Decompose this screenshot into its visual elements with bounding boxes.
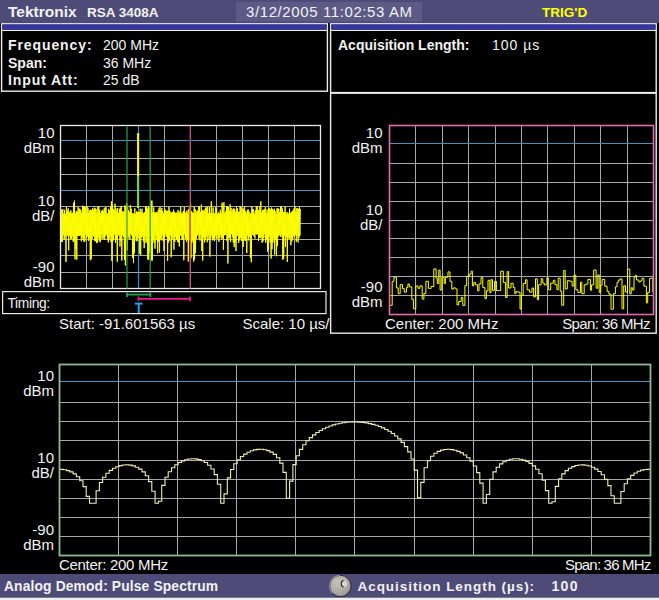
svg-text:Analog Demod: Pulse Spectrum: Analog Demod: Pulse Spectrum xyxy=(4,579,218,594)
svg-text:dB/: dB/ xyxy=(31,464,54,481)
svg-text:RSA 3408A: RSA 3408A xyxy=(87,5,159,20)
svg-text:36 MHz: 36 MHz xyxy=(103,55,151,71)
svg-text:dB/: dB/ xyxy=(32,207,55,224)
svg-text:Timing:: Timing: xyxy=(8,296,50,311)
svg-text:dBm: dBm xyxy=(352,293,383,310)
svg-text:Span: 36 MHz: Span: 36 MHz xyxy=(565,556,651,573)
svg-text:Span:: Span: xyxy=(8,55,47,71)
svg-text:TRIG'D: TRIG'D xyxy=(542,5,587,20)
svg-text:25 dB: 25 dB xyxy=(103,72,140,88)
svg-text:dBm: dBm xyxy=(24,273,55,290)
svg-text:dBm: dBm xyxy=(352,139,383,156)
svg-text:Start: -91.601563 µs: Start: -91.601563 µs xyxy=(59,315,195,332)
svg-text:Center: 200 MHz: Center: 200 MHz xyxy=(59,556,168,573)
svg-text:Center: 200 MHz: Center: 200 MHz xyxy=(385,315,498,332)
svg-text:Tektronix: Tektronix xyxy=(8,3,77,20)
svg-text:dBm: dBm xyxy=(24,139,55,156)
svg-text:Acquisition Length (µs):: Acquisition Length (µs): xyxy=(358,579,536,594)
svg-text:100: 100 xyxy=(552,578,579,594)
svg-text:Frequency:: Frequency: xyxy=(8,37,92,53)
svg-text:3/12/2005 11:02:53 AM: 3/12/2005 11:02:53 AM xyxy=(246,3,413,20)
svg-text:dB/: dB/ xyxy=(360,216,383,233)
svg-text:dBm: dBm xyxy=(23,536,54,553)
svg-text:Acquisition Length:: Acquisition Length: xyxy=(338,37,469,53)
svg-text:Span: 36 MHz: Span: 36 MHz xyxy=(562,315,650,332)
svg-text:Scale: 10 µs/: Scale: 10 µs/ xyxy=(242,315,330,332)
svg-text:200 MHz: 200 MHz xyxy=(103,37,159,53)
svg-text:Input Att:: Input Att: xyxy=(8,72,79,88)
svg-text:100 µs: 100 µs xyxy=(492,37,540,53)
svg-text:dBm: dBm xyxy=(23,382,54,399)
